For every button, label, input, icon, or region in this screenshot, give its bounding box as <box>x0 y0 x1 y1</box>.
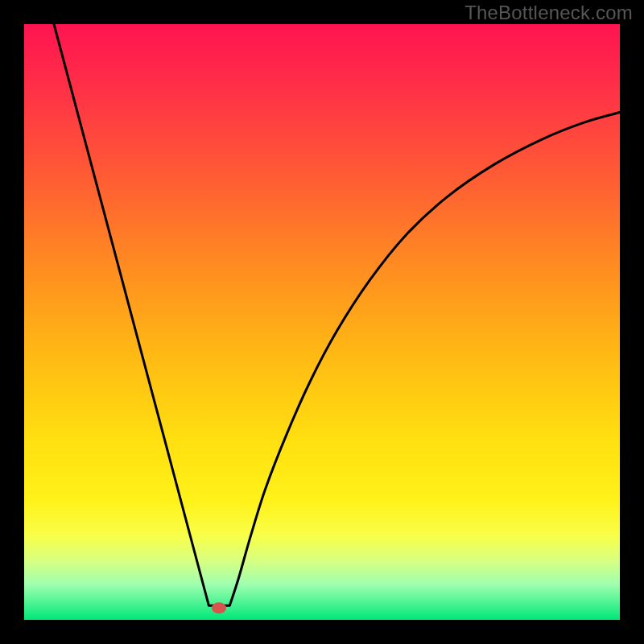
chart-svg <box>0 0 644 644</box>
chart-stage: TheBottleneck.com <box>0 0 644 644</box>
plot-background <box>24 24 620 620</box>
watermark-text: TheBottleneck.com <box>464 2 633 24</box>
optimum-marker <box>212 602 226 613</box>
